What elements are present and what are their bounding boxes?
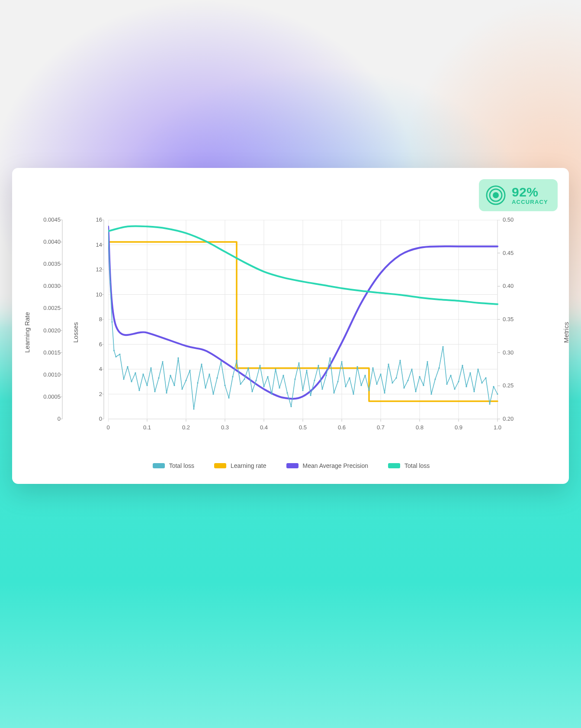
svg-point-72 xyxy=(135,372,136,374)
svg-point-68 xyxy=(119,354,120,355)
svg-point-162 xyxy=(485,377,486,379)
legend-swatch xyxy=(153,463,165,468)
svg-point-115 xyxy=(302,390,303,391)
svg-point-155 xyxy=(458,381,459,382)
axis-title-learning-rate: Learning Rate xyxy=(23,312,31,353)
legend-swatch xyxy=(214,463,226,468)
svg-point-137 xyxy=(388,364,389,365)
legend-label: Learning rate xyxy=(231,462,266,469)
svg-point-88 xyxy=(197,382,198,383)
svg-point-154 xyxy=(454,388,455,390)
svg-point-105 xyxy=(263,386,264,387)
svg-point-124 xyxy=(337,381,338,382)
svg-point-152 xyxy=(446,383,447,385)
svg-point-106 xyxy=(267,376,268,377)
svg-point-160 xyxy=(477,368,478,370)
svg-point-119 xyxy=(318,365,319,366)
svg-point-94 xyxy=(220,361,221,362)
svg-point-96 xyxy=(228,397,229,399)
svg-point-82 xyxy=(173,385,175,386)
svg-point-128 xyxy=(353,393,354,395)
svg-point-87 xyxy=(193,408,194,409)
svg-point-84 xyxy=(181,388,183,390)
svg-point-112 xyxy=(290,406,292,407)
svg-point-143 xyxy=(411,368,412,370)
svg-point-133 xyxy=(372,367,373,369)
svg-point-102 xyxy=(251,391,253,392)
svg-point-111 xyxy=(286,392,288,393)
svg-point-158 xyxy=(469,372,471,374)
svg-point-104 xyxy=(259,365,260,366)
svg-point-125 xyxy=(341,361,342,362)
svg-point-145 xyxy=(419,376,420,377)
svg-point-131 xyxy=(364,375,366,376)
svg-point-127 xyxy=(349,377,350,379)
accuracy-percent: 92% xyxy=(512,185,548,199)
legend-item: Total loss xyxy=(153,462,194,469)
legend-item: Total loss xyxy=(388,462,430,469)
svg-point-100 xyxy=(244,378,245,380)
svg-point-81 xyxy=(170,375,171,376)
svg-point-66 xyxy=(113,350,115,351)
svg-point-70 xyxy=(127,366,128,367)
svg-point-135 xyxy=(380,374,381,375)
svg-point-122 xyxy=(329,358,331,359)
svg-point-79 xyxy=(162,361,163,362)
svg-point-156 xyxy=(462,365,463,366)
svg-point-130 xyxy=(360,385,362,386)
svg-point-77 xyxy=(154,391,155,392)
svg-point-76 xyxy=(150,367,151,369)
svg-point-147 xyxy=(427,361,428,362)
svg-point-165 xyxy=(497,393,498,395)
legend-label: Total loss xyxy=(404,462,430,469)
svg-point-161 xyxy=(481,382,482,383)
svg-point-83 xyxy=(177,358,179,359)
svg-point-95 xyxy=(224,385,225,386)
svg-point-65 xyxy=(111,321,112,322)
svg-point-140 xyxy=(399,360,401,361)
svg-point-126 xyxy=(345,386,346,387)
legend-label: Total loss xyxy=(169,462,194,469)
svg-point-99 xyxy=(240,383,241,385)
svg-point-98 xyxy=(236,360,237,361)
svg-point-114 xyxy=(298,362,299,364)
chart-legend: Total lossLearning rateMean Average Prec… xyxy=(34,462,549,469)
svg-point-78 xyxy=(158,377,159,379)
svg-point-141 xyxy=(403,387,404,389)
svg-point-159 xyxy=(473,391,475,392)
svg-point-163 xyxy=(489,403,490,405)
svg-point-110 xyxy=(282,375,284,376)
svg-point-153 xyxy=(450,375,451,376)
svg-point-91 xyxy=(209,374,210,375)
svg-point-103 xyxy=(255,380,257,381)
svg-point-149 xyxy=(434,378,436,380)
axis-title-metrics: Metrics xyxy=(562,322,570,343)
svg-point-151 xyxy=(442,346,443,348)
svg-point-118 xyxy=(314,380,315,381)
svg-point-120 xyxy=(321,388,323,390)
accuracy-badge: 92% ACCURACY xyxy=(479,179,558,211)
svg-point-138 xyxy=(392,382,393,383)
svg-point-113 xyxy=(294,378,295,380)
svg-point-123 xyxy=(333,392,334,393)
chart-card: 92% ACCURACY Learning Rate Losses Metric… xyxy=(12,168,569,484)
svg-point-117 xyxy=(310,395,311,396)
svg-point-71 xyxy=(131,381,132,382)
svg-point-92 xyxy=(212,393,214,395)
svg-point-89 xyxy=(201,364,202,365)
svg-point-75 xyxy=(146,385,148,386)
legend-item: Learning rate xyxy=(214,462,266,469)
svg-point-69 xyxy=(123,378,124,380)
svg-point-74 xyxy=(142,374,144,375)
svg-point-97 xyxy=(232,376,233,377)
svg-point-2 xyxy=(493,192,499,198)
svg-point-129 xyxy=(356,366,358,367)
chart-plot xyxy=(108,220,536,428)
chart-area: Learning Rate Losses Metrics 00.00050.00… xyxy=(34,220,549,445)
svg-point-101 xyxy=(247,367,249,369)
svg-point-108 xyxy=(275,368,276,370)
legend-swatch xyxy=(286,463,299,468)
svg-point-150 xyxy=(438,367,440,369)
svg-point-93 xyxy=(216,377,218,379)
legend-label: Mean Average Precision xyxy=(303,462,369,469)
